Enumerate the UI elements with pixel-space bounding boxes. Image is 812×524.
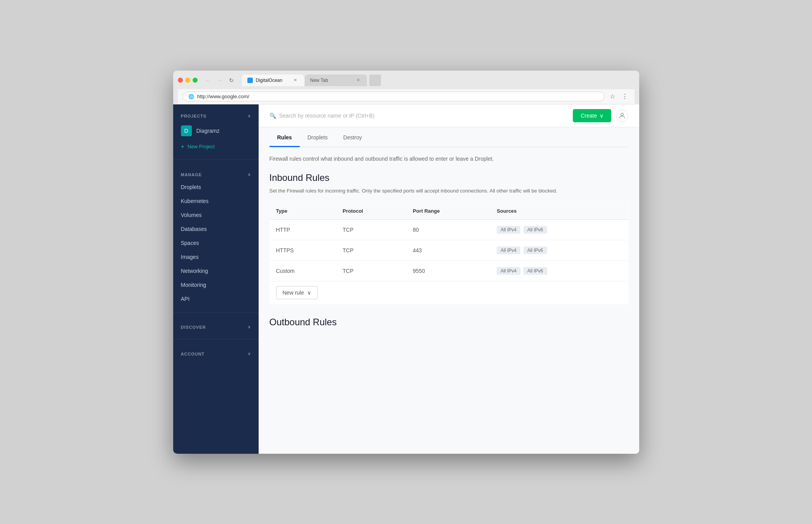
- address-bar[interactable]: 🌐: [183, 92, 604, 101]
- projects-arrow: ∧: [248, 114, 251, 118]
- inbound-rules-description: Set the Firewall rules for incoming traf…: [270, 187, 628, 195]
- address-bar-row: 🌐 ☆ ⋮: [178, 89, 635, 104]
- rule-1-source-ipv6: All IPv6: [523, 226, 547, 234]
- sidebar-item-networking[interactable]: Networking: [173, 264, 259, 278]
- rule-2-sources: All IPv4 All IPv6: [490, 240, 628, 261]
- search-placeholder: Search by resource name or IP (Ctrl+B): [279, 113, 375, 119]
- rule-2-type: HTTPS: [270, 240, 336, 261]
- rule-1-sources: All IPv4 All IPv6: [490, 220, 628, 240]
- url-icon: 🌐: [188, 94, 194, 99]
- manage-section: MANAGE ∧ Droplets Kubernetes Volumes Dat…: [173, 163, 259, 309]
- new-project-label: New Project: [188, 144, 215, 149]
- top-bar-right: Create ∨: [573, 109, 628, 122]
- sidebar-item-monitoring[interactable]: Monitoring: [173, 278, 259, 292]
- discover-section-header[interactable]: DISCOVER ∨: [173, 322, 259, 333]
- tab-label-newtab: New Tab: [310, 78, 352, 83]
- browser-window: ← → ↻ DigitalOcean ✕ New Tab ✕ 🌐: [173, 71, 639, 454]
- sidebar-item-kubernetes[interactable]: Kubernetes: [173, 194, 259, 208]
- networking-label: Networking: [181, 268, 208, 274]
- new-rule-arrow-icon: ∨: [307, 290, 311, 296]
- search-icon: 🔍: [270, 113, 276, 119]
- col-protocol: Protocol: [336, 203, 407, 220]
- discover-section: DISCOVER ∨: [173, 316, 259, 336]
- main-panel: 🔍 Search by resource name or IP (Ctrl+B)…: [259, 104, 639, 454]
- images-label: Images: [181, 254, 199, 260]
- sidebar-divider-2: [173, 312, 259, 312]
- rule-2-source-ipv4: All IPv4: [497, 246, 520, 254]
- new-project-plus-icon: +: [181, 143, 184, 150]
- sidebar-item-droplets[interactable]: Droplets: [173, 180, 259, 194]
- browser-controls: ← → ↻ DigitalOcean ✕ New Tab ✕: [178, 75, 635, 86]
- projects-section-header[interactable]: PROJECTS ∧: [173, 111, 259, 121]
- page-content: Rules Droplets Destroy Firewall rules co…: [259, 127, 639, 347]
- table-row: Custom TCP 9550 All IPv4 All IPv6: [270, 261, 628, 281]
- account-section-header[interactable]: ACCOUNT ∨: [173, 349, 259, 359]
- close-traffic-light[interactable]: [178, 78, 183, 83]
- sidebar-item-images[interactable]: Images: [173, 250, 259, 264]
- avatar-icon[interactable]: [616, 109, 628, 122]
- maximize-traffic-light[interactable]: [193, 78, 198, 83]
- new-rule-button[interactable]: New rule ∨: [276, 286, 318, 299]
- discover-arrow: ∨: [248, 325, 251, 329]
- tabs-nav: Rules Droplets Destroy: [270, 127, 628, 147]
- refresh-button[interactable]: ↻: [226, 75, 236, 85]
- back-button[interactable]: ←: [203, 75, 213, 85]
- top-bar: 🔍 Search by resource name or IP (Ctrl+B)…: [259, 104, 639, 127]
- browser-navigation: ← → ↻: [203, 75, 236, 85]
- col-sources: Sources: [490, 203, 628, 220]
- new-project-item[interactable]: + New Project: [173, 140, 259, 153]
- col-port-range: Port Range: [407, 203, 490, 220]
- tab-close-newtab[interactable]: ✕: [355, 77, 362, 83]
- discover-section-label: DISCOVER: [181, 325, 206, 330]
- inbound-rules-table: Type Protocol Port Range Sources HTTP TC…: [270, 202, 628, 304]
- user-avatar-svg: [618, 112, 626, 120]
- projects-section-label: PROJECTS: [181, 114, 207, 118]
- rule-2-protocol: TCP: [336, 240, 407, 261]
- manage-arrow: ∧: [248, 172, 251, 177]
- volumes-label: Volumes: [181, 212, 202, 218]
- tab-droplets[interactable]: Droplets: [300, 129, 336, 147]
- new-rule-cell: New rule ∨: [270, 281, 628, 304]
- sidebar-item-databases[interactable]: Databases: [173, 222, 259, 236]
- browser-content: PROJECTS ∧ D Diagramz + New Project MANA…: [173, 104, 639, 454]
- browser-chrome: ← → ↻ DigitalOcean ✕ New Tab ✕ 🌐: [173, 71, 639, 104]
- rule-3-sources: All IPv4 All IPv6: [490, 261, 628, 281]
- browser-tab-digitalocean[interactable]: DigitalOcean ✕: [242, 75, 304, 86]
- create-button[interactable]: Create ∨: [573, 109, 611, 122]
- new-rule-row: New rule ∨: [270, 281, 628, 304]
- minimize-traffic-light[interactable]: [185, 78, 190, 83]
- col-type: Type: [270, 203, 336, 220]
- table-row: HTTPS TCP 443 All IPv4 All IPv6: [270, 240, 628, 261]
- sidebar-item-diagramz[interactable]: D Diagramz: [173, 121, 259, 140]
- tab-rules[interactable]: Rules: [270, 129, 300, 147]
- address-input[interactable]: [197, 94, 598, 99]
- inbound-rules-title: Inbound Rules: [270, 172, 628, 183]
- rule-2-source-ipv6: All IPv6: [523, 246, 547, 254]
- rule-3-source-ipv6: All IPv6: [523, 267, 547, 275]
- menu-button[interactable]: ⋮: [620, 92, 630, 102]
- account-section-label: ACCOUNT: [181, 352, 205, 356]
- manage-section-label: MANAGE: [181, 172, 202, 177]
- outbound-section: Outbound Rules: [270, 317, 628, 328]
- project-name: Diagramz: [196, 128, 220, 134]
- kubernetes-label: Kubernetes: [181, 198, 209, 204]
- rule-1-port: 80: [407, 220, 490, 240]
- sidebar-item-spaces[interactable]: Spaces: [173, 236, 259, 250]
- table-header-row: Type Protocol Port Range Sources: [270, 203, 628, 220]
- bookmark-button[interactable]: ☆: [607, 92, 617, 102]
- browser-tab-newtab[interactable]: New Tab ✕: [305, 75, 367, 86]
- rule-3-port: 9550: [407, 261, 490, 281]
- sidebar-item-volumes[interactable]: Volumes: [173, 208, 259, 222]
- browser-actions: ☆ ⋮: [607, 92, 630, 102]
- rule-1-type: HTTP: [270, 220, 336, 240]
- create-label: Create: [581, 113, 597, 119]
- tab-favicon-digitalocean: [247, 78, 253, 83]
- create-arrow-icon: ∨: [600, 113, 603, 119]
- sidebar-divider-1: [173, 160, 259, 160]
- tab-destroy[interactable]: Destroy: [336, 129, 370, 147]
- manage-section-header[interactable]: MANAGE ∧: [173, 169, 259, 180]
- tab-close-digitalocean[interactable]: ✕: [292, 77, 299, 83]
- rule-3-protocol: TCP: [336, 261, 407, 281]
- forward-button[interactable]: →: [215, 75, 225, 85]
- sidebar-item-api[interactable]: API: [173, 292, 259, 306]
